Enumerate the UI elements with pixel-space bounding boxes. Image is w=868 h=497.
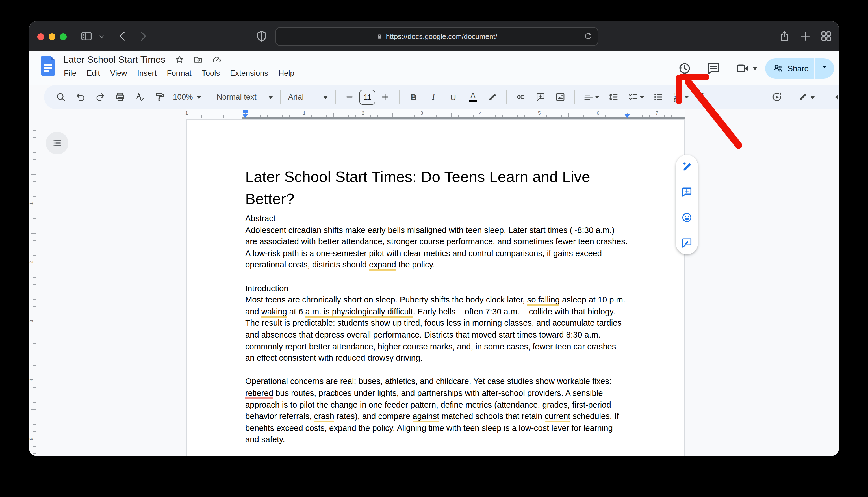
ruler-tick	[33, 314, 35, 314]
align-button[interactable]	[582, 90, 601, 104]
marked-text-run: retiered	[245, 388, 273, 399]
font-select[interactable]: Arial	[285, 93, 332, 101]
meet-call-control[interactable]	[728, 61, 757, 75]
cloud-saved-icon[interactable]	[212, 55, 221, 65]
bold-button[interactable]: B	[407, 90, 421, 104]
outline-list-icon	[52, 138, 62, 148]
ruler-tick	[33, 446, 35, 447]
paint-format-button[interactable]	[152, 90, 167, 104]
toolbar-divider	[399, 90, 400, 104]
menu-view[interactable]: View	[105, 67, 132, 79]
font-size-field[interactable]: 11	[360, 90, 376, 104]
undo-button[interactable]	[73, 90, 88, 104]
first-line-indent-marker[interactable]	[243, 110, 248, 113]
marked-text-run: a.m. is physiologically difficult	[306, 307, 413, 318]
ruler-tick	[223, 115, 224, 118]
privacy-shield-icon[interactable]	[255, 30, 268, 42]
menu-edit[interactable]: Edit	[82, 67, 105, 79]
menu-insert[interactable]: Insert	[132, 67, 162, 79]
paragraph-style-select[interactable]: Normal text	[213, 93, 276, 101]
new-tab-plus-icon[interactable]	[799, 30, 811, 42]
address-bar[interactable]: https://docs.google.com/document/	[275, 27, 599, 46]
page-title[interactable]: Later School Start Times: Do Teens Learn…	[245, 166, 635, 210]
sidebar-toggle-icon[interactable]	[80, 30, 93, 42]
help-me-write-button[interactable]	[681, 160, 693, 172]
menu-format[interactable]: Format	[162, 67, 196, 79]
highlighter-icon	[487, 91, 498, 102]
text-color-button[interactable]: A	[466, 90, 480, 104]
move-to-folder-icon[interactable]	[193, 55, 203, 65]
add-comment-button[interactable]	[534, 90, 548, 104]
show-outline-button[interactable]	[46, 132, 68, 154]
share-button[interactable]: Share	[765, 58, 834, 78]
paragraph-gap	[245, 271, 628, 282]
forward-button-icon[interactable]	[137, 30, 149, 42]
suggest-edits-button[interactable]	[681, 237, 693, 249]
sidebar-chevron-down-icon[interactable]	[98, 33, 106, 41]
share-dropdown-button[interactable]	[815, 66, 834, 71]
zoom-select[interactable]: 100%	[170, 93, 205, 101]
docs-icon-fold	[51, 56, 55, 60]
line-spacing-button[interactable]	[607, 90, 621, 104]
ruler-tick	[194, 115, 194, 118]
window-minimize-button[interactable]	[48, 33, 55, 40]
share-export-icon[interactable]	[778, 30, 791, 42]
text-run: Operational concerns are real: buses, at…	[245, 377, 612, 386]
menu-help[interactable]: Help	[273, 67, 299, 79]
version-history-icon[interactable]	[677, 61, 691, 75]
redo-button[interactable]	[93, 90, 107, 104]
font-size-increase-button[interactable]	[378, 90, 393, 104]
paragraph-style-value: Normal text	[217, 93, 256, 101]
checklist-caret-icon	[640, 96, 644, 101]
comments-icon[interactable]	[706, 61, 721, 75]
browser-window: https://docs.google.com/document/	[29, 22, 839, 456]
bulleted-list-button[interactable]	[651, 90, 665, 104]
add-comment-side-button[interactable]	[681, 186, 693, 198]
insert-link-button[interactable]	[514, 90, 528, 104]
window-zoom-button[interactable]	[60, 33, 67, 40]
docs-app-icon[interactable]	[41, 56, 55, 76]
ruler-tick	[30, 351, 35, 351]
text-run: Adolescent circadian shifts make early b…	[245, 225, 628, 269]
menu-tools[interactable]: Tools	[197, 67, 225, 79]
star-icon[interactable]	[174, 55, 184, 65]
ruler-number: 7	[656, 110, 658, 116]
page-body-text[interactable]: Abstract Adolescent circadian shifts mak…	[245, 213, 628, 445]
print-button[interactable]	[113, 90, 127, 104]
ruler-tick	[30, 145, 35, 145]
ruler-tick	[33, 167, 35, 167]
search-icon	[55, 91, 66, 102]
reload-icon[interactable]	[584, 32, 593, 41]
slideshow-gemini-button[interactable]	[770, 90, 784, 104]
hide-menus-chevron-icon[interactable]	[833, 93, 839, 101]
ruler-tick	[33, 240, 35, 241]
ruler-tick	[33, 138, 35, 138]
back-button-icon[interactable]	[116, 30, 129, 42]
numbered-list-button[interactable]: 1 2 3	[671, 90, 690, 104]
video-call-caret-icon	[752, 67, 757, 72]
docs-icon-line	[44, 65, 52, 66]
italic-button[interactable]: I	[426, 90, 441, 104]
font-size-decrease-button[interactable]	[343, 90, 357, 104]
underline-button[interactable]: U	[446, 90, 460, 104]
highlight-color-button[interactable]	[486, 90, 500, 104]
emoji-reaction-button[interactable]	[681, 212, 693, 223]
editing-mode-button[interactable]	[795, 90, 817, 104]
play-sparkle-icon	[770, 91, 783, 103]
insert-image-button[interactable]	[554, 90, 568, 104]
docs-icon-line	[44, 70, 49, 72]
right-indent-marker[interactable]	[624, 114, 630, 118]
vertical-ruler[interactable]: 12345	[29, 119, 36, 456]
checklist-button[interactable]	[627, 90, 646, 104]
menu-extensions[interactable]: Extensions	[225, 67, 273, 79]
more-options-button[interactable]	[696, 90, 710, 104]
search-menus-button[interactable]	[54, 90, 68, 104]
menu-file[interactable]: File	[59, 67, 82, 79]
tab-overview-icon[interactable]	[820, 30, 833, 42]
window-close-button[interactable]	[37, 33, 44, 40]
document-title[interactable]: Later School Start Times	[63, 54, 165, 65]
spell-check-button[interactable]	[133, 90, 147, 104]
plus-icon	[380, 91, 391, 102]
address-url[interactable]: https://docs.google.com/document/	[386, 32, 497, 40]
left-indent-marker[interactable]	[242, 114, 248, 118]
